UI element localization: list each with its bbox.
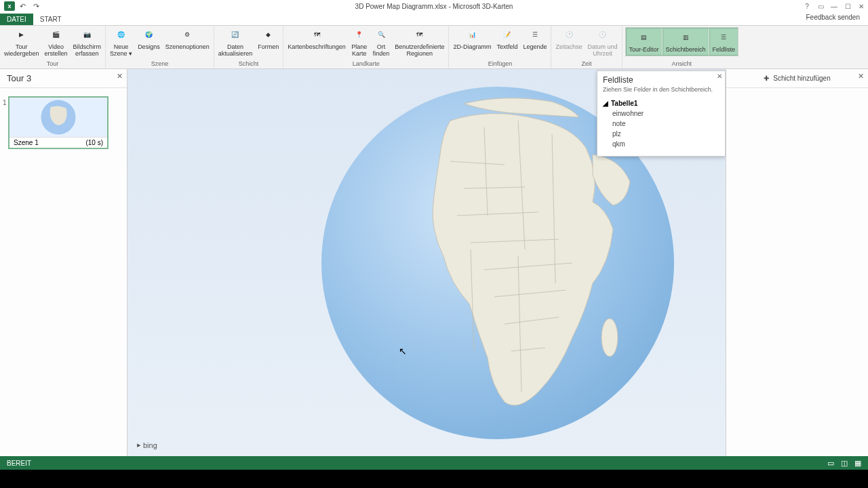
view-mode-button-1[interactable]: ▭: [827, 459, 834, 468]
redo-button[interactable]: ↷: [30, 1, 42, 12]
group-layer-label: Schicht: [216, 60, 282, 68]
designs-icon: 🌍: [140, 27, 157, 43]
add-layer-button[interactable]: ✚ Schicht hinzufügen ✕: [726, 69, 868, 88]
field-list-hint: Ziehen Sie Felder in den Schichtbereich.: [597, 86, 725, 97]
group-time-label: Zeit: [553, 60, 620, 68]
scene-name: Szene 1: [14, 139, 39, 146]
layer-panel-close[interactable]: ✕: [858, 72, 864, 81]
shapes-button[interactable]: ◆Formen: [255, 26, 281, 52]
tour-editor-toggle[interactable]: ▤Tour-Editor: [626, 28, 663, 56]
window-title: 3D Power Map Diagramm.xlsx - Microsoft 3…: [355, 3, 513, 10]
regions-icon: 🗺: [412, 27, 428, 43]
play-icon: ▶: [14, 27, 30, 43]
screenshot-button[interactable]: 📷Bildschirm erfassen: [71, 26, 104, 59]
search-icon: 🔍: [373, 27, 389, 43]
field-list-panel[interactable]: Feldliste ✕ Ziehen Sie Felder in den Sch…: [597, 70, 726, 157]
bing-logo: ▸bing: [137, 441, 157, 449]
group-map-label: Landkarte: [285, 60, 447, 68]
legend-button[interactable]: ☰Legende: [520, 26, 549, 52]
scene-options-button[interactable]: ⚙Szenenoptionen: [163, 26, 212, 52]
new-scene-button[interactable]: 🌐Neue Szene ▾: [107, 26, 135, 59]
field-list-title: Feldliste: [603, 75, 633, 85]
field-item[interactable]: qkm: [603, 139, 719, 149]
tour-panel-close[interactable]: ✕: [117, 72, 123, 81]
textbox-button[interactable]: 📝Textfeld: [494, 26, 520, 52]
camera-icon: 📷: [79, 27, 95, 43]
pane-icon: ▥: [677, 30, 694, 46]
timeline-button[interactable]: 🕐Zeitachse: [553, 26, 585, 52]
play-tour-button[interactable]: ▶Tour wiedergeben: [1, 26, 42, 59]
bing-icon: ▸: [137, 441, 141, 449]
custom-regions-button[interactable]: 🗺Benutzerdefinierte Regionen: [392, 26, 447, 59]
minimize-button[interactable]: —: [827, 1, 841, 12]
create-video-button[interactable]: 🎬Video erstellen: [42, 26, 71, 59]
layer-panel: ✚ Schicht hinzufügen ✕: [726, 69, 868, 456]
field-item[interactable]: plz: [603, 129, 719, 139]
group-insert-label: Einfügen: [450, 60, 549, 68]
group-view-label: Ansicht: [624, 60, 741, 68]
help-button[interactable]: ?: [800, 1, 814, 12]
flat-map-button[interactable]: 📍Plane Karte: [349, 26, 370, 59]
undo-button[interactable]: ↶: [16, 1, 28, 12]
field-table-name[interactable]: ◢Tabelle1: [603, 98, 719, 108]
map-canvas[interactable]: ↖ ▸bing © 2020 TomTom © 2020 HERE ˄ ˅ ˂ …: [127, 69, 868, 456]
datetime-button[interactable]: 🕓Datum und Uhrzeit: [585, 26, 620, 59]
legend-icon: ☰: [527, 27, 543, 43]
gear-icon: ⚙: [179, 27, 195, 43]
view-mode-button-2[interactable]: ◫: [841, 459, 848, 468]
chart-button[interactable]: 📊2D-Diagramm: [450, 26, 494, 52]
chevron-down-icon: ◢: [603, 100, 608, 107]
maximize-button[interactable]: ☐: [841, 1, 854, 12]
tab-start[interactable]: START: [33, 14, 68, 25]
clock-icon: 🕓: [595, 27, 611, 43]
scene-item[interactable]: 1 Szene 1 (10 s): [8, 96, 108, 149]
group-scene-label: Szene: [107, 60, 212, 68]
globe-icon: 🌐: [113, 27, 130, 43]
field-list-toggle[interactable]: ☰Feldliste: [709, 28, 738, 56]
refresh-data-button[interactable]: 🔄Daten aktualisieren: [216, 26, 256, 59]
close-button[interactable]: ✕: [854, 1, 868, 12]
flatmap-icon: 📍: [351, 27, 368, 43]
layer-pane-toggle[interactable]: ▥Schichtbereich: [663, 28, 709, 56]
scene-duration: (10 s): [85, 139, 103, 146]
svg-point-2: [601, 319, 618, 357]
map-labels-button[interactable]: 🗺Kartenbeschriftungen: [285, 26, 349, 52]
field-item[interactable]: einwohner: [603, 108, 719, 119]
field-item[interactable]: note: [603, 119, 719, 129]
video-icon: 🎬: [48, 27, 64, 43]
app-icon: x: [4, 1, 15, 11]
find-location-button[interactable]: 🔍Ort finden: [370, 26, 393, 59]
plus-icon: ✚: [764, 75, 769, 82]
designs-button[interactable]: 🌍Designs: [135, 26, 163, 52]
ribbon-collapse-button[interactable]: ▭: [814, 1, 827, 12]
tour-title: Tour 3: [7, 73, 31, 83]
tab-datei[interactable]: DATEI: [0, 14, 33, 25]
shapes-icon: ◆: [260, 27, 277, 43]
refresh-icon: 🔄: [227, 27, 243, 43]
feedback-link[interactable]: Feedback senden: [806, 14, 860, 21]
textbox-icon: 📝: [499, 27, 515, 43]
scene-number: 1: [3, 99, 7, 106]
field-list-close[interactable]: ✕: [717, 73, 722, 80]
status-text: BEREIT: [7, 460, 31, 467]
editor-icon: ▤: [636, 30, 652, 46]
list-icon: ☰: [715, 30, 732, 46]
scene-thumbnail: [9, 98, 107, 137]
chart-icon: 📊: [464, 27, 480, 43]
view-mode-button-3[interactable]: ▦: [854, 459, 861, 468]
tour-panel: Tour 3 ✕ 1 Szene 1 (10 s): [0, 69, 127, 456]
labels-icon: 🗺: [309, 27, 325, 43]
timeline-icon: 🕐: [561, 27, 577, 43]
group-tour-label: Tour: [1, 60, 104, 68]
